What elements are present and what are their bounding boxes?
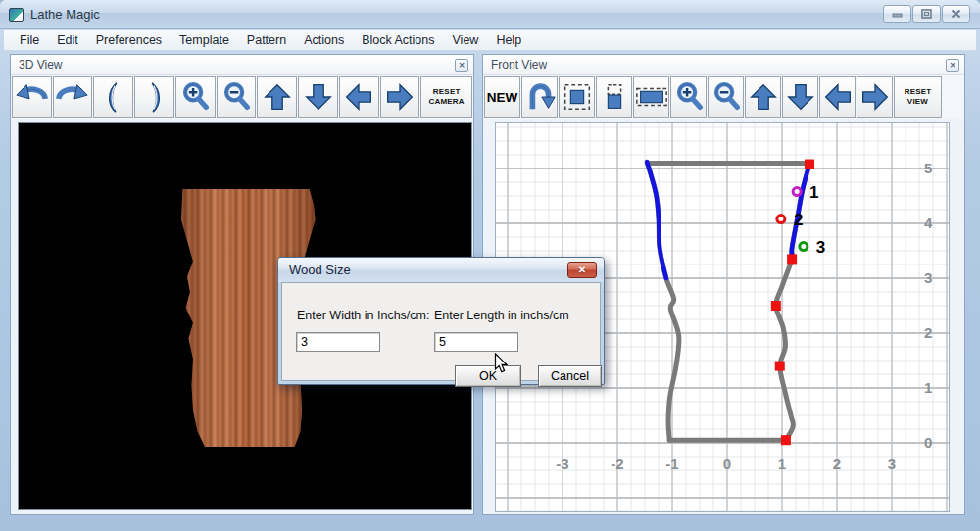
- dialog-body: Enter Width in Inchs/cm: Enter Length in…: [281, 282, 601, 381]
- arrow-left-icon: [820, 79, 856, 115]
- width-input[interactable]: 3: [296, 332, 380, 352]
- dialog-close-button[interactable]: ✕: [567, 262, 597, 278]
- new-button[interactable]: NEW: [484, 76, 520, 118]
- svg-text:-1: -1: [665, 456, 678, 472]
- arrow-left-icon: [341, 79, 376, 115]
- svg-text:3: 3: [924, 269, 932, 286]
- svg-text:4: 4: [924, 215, 933, 231]
- svg-text:1: 1: [778, 456, 786, 472]
- arrow-down-icon: [783, 79, 818, 115]
- panel-front-view-header: Front View ✕: [483, 55, 964, 75]
- toolbar-button-label: NEW: [487, 90, 518, 105]
- arrow-down-icon: [301, 79, 336, 115]
- menu-item-view[interactable]: View: [444, 31, 488, 49]
- uturn-icon: [522, 79, 558, 115]
- menu-bar: FileEditPreferencesTemplatePatternAction…: [4, 30, 976, 51]
- maximize-icon: [921, 9, 932, 19]
- arrow-left-button[interactable]: [819, 76, 856, 118]
- menu-item-template[interactable]: Template: [171, 31, 238, 49]
- zoom-out-icon: [219, 79, 254, 115]
- arrow-left-button[interactable]: [339, 76, 379, 118]
- arrow-up-icon: [746, 79, 781, 115]
- tilt-forward-icon: [137, 79, 172, 115]
- menu-item-pattern[interactable]: Pattern: [238, 31, 295, 49]
- width-label: Enter Width in Inchs/cm:: [297, 309, 429, 322]
- panel-3d-view-title: 3D View: [19, 58, 62, 72]
- window-title: Lathe Magic: [30, 7, 100, 22]
- menu-item-edit[interactable]: Edit: [48, 31, 87, 49]
- close-button[interactable]: [942, 5, 970, 23]
- rotate-right-button[interactable]: [53, 76, 93, 118]
- rotate-left-icon: [14, 79, 49, 115]
- zoom-out-icon: [709, 79, 744, 115]
- arrow-down-button[interactable]: [298, 76, 338, 118]
- svg-text:5: 5: [924, 160, 932, 176]
- ok-button[interactable]: OK: [455, 365, 521, 387]
- panel-3d-view-close-icon[interactable]: ✕: [455, 59, 468, 72]
- rotate-left-button[interactable]: [12, 76, 52, 118]
- svg-text:2: 2: [833, 456, 841, 472]
- menu-item-preferences[interactable]: Preferences: [87, 31, 171, 49]
- app-icon: [9, 8, 24, 22]
- reset-view-button[interactable]: RESETVIEW: [894, 76, 942, 118]
- close-icon: [951, 9, 961, 19]
- zoom-in-button[interactable]: [175, 76, 216, 118]
- length-input[interactable]: 5: [434, 332, 518, 352]
- menu-item-help[interactable]: Help: [487, 31, 530, 49]
- svg-text:0: 0: [723, 456, 731, 472]
- arrow-right-icon: [858, 79, 893, 115]
- toolbar-3d-view: RESETCAMERA: [11, 75, 473, 119]
- menu-item-block-actions[interactable]: Block Actions: [353, 31, 443, 49]
- minimize-button[interactable]: [883, 5, 911, 23]
- zoom-out-button[interactable]: [217, 76, 257, 118]
- menu-item-file[interactable]: File: [11, 31, 48, 49]
- arrow-up-icon: [260, 79, 295, 115]
- length-label: Enter Length in inchs/cm: [434, 309, 569, 322]
- toolbar-button-label: RESETVIEW: [905, 87, 932, 107]
- arrow-right-icon: [382, 79, 417, 115]
- arrow-up-button[interactable]: [257, 76, 297, 118]
- toolbar-front-view: NEWRESETVIEW: [483, 75, 964, 119]
- select-block-icon: [560, 79, 595, 115]
- block-width-button[interactable]: [633, 76, 669, 118]
- svg-text:3: 3: [816, 238, 825, 257]
- dialog-titlebar: Wood Size ✕: [278, 258, 604, 282]
- panel-front-view-title: Front View: [491, 58, 547, 72]
- zoom-in-icon: [177, 79, 213, 115]
- svg-text:2: 2: [794, 211, 803, 229]
- rotate-right-icon: [55, 79, 90, 115]
- svg-text:-3: -3: [556, 456, 568, 472]
- menu-item-actions[interactable]: Actions: [295, 31, 353, 49]
- arrow-right-button[interactable]: [857, 76, 893, 118]
- arrow-up-button[interactable]: [745, 76, 781, 118]
- svg-text:1: 1: [809, 183, 818, 202]
- arrow-right-button[interactable]: [380, 76, 420, 118]
- block-width-icon: [634, 79, 669, 115]
- app-window: Lathe Magic FileEditPreferencesTemplateP…: [0, 0, 980, 531]
- select-block-button[interactable]: [559, 76, 595, 118]
- svg-text:2: 2: [924, 324, 932, 341]
- panel-3d-view-header: 3D View ✕: [11, 55, 473, 75]
- tilt-back-button[interactable]: [93, 76, 133, 118]
- wood-size-dialog: Wood Size ✕ Enter Width in Inchs/cm: Ent…: [277, 257, 605, 385]
- toolbar-button-label: RESETCAMERA: [429, 87, 465, 107]
- zoom-out-button[interactable]: [708, 76, 744, 118]
- svg-text:0: 0: [924, 434, 932, 451]
- panel-front-view-close-icon[interactable]: ✕: [946, 59, 959, 72]
- block-height-icon: [597, 79, 632, 115]
- mouse-cursor: [494, 353, 509, 374]
- reset-camera-button[interactable]: RESETCAMERA: [420, 76, 472, 118]
- zoom-in-button[interactable]: [670, 76, 707, 118]
- uturn-button[interactable]: [521, 76, 558, 118]
- block-height-button[interactable]: [596, 76, 632, 118]
- arrow-down-button[interactable]: [782, 76, 818, 118]
- svg-text:-2: -2: [611, 456, 623, 472]
- maximize-button[interactable]: [912, 5, 941, 23]
- zoom-in-icon: [671, 79, 707, 115]
- tilt-forward-button[interactable]: [134, 76, 174, 118]
- minimize-icon: [892, 10, 903, 19]
- cancel-button[interactable]: Cancel: [538, 365, 602, 387]
- svg-text:1: 1: [924, 379, 932, 396]
- window-titlebar: Lathe Magic: [0, 0, 980, 29]
- tilt-back-icon: [96, 79, 131, 115]
